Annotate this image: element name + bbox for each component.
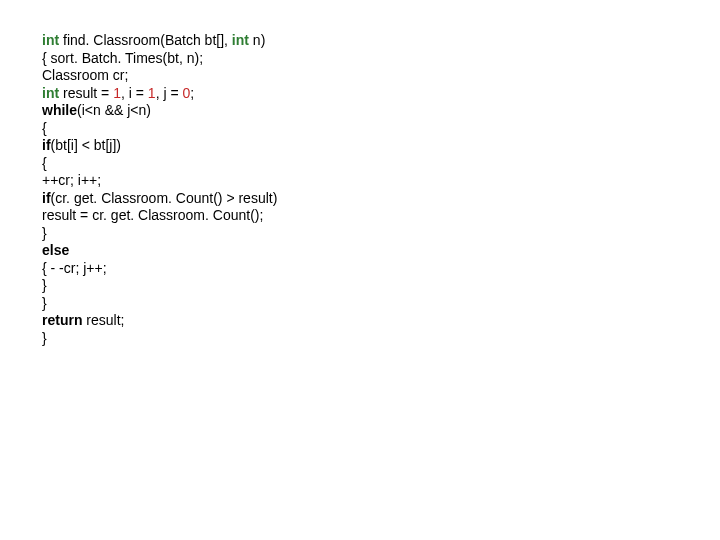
code-line-2: { sort. Batch. Times(bt, n); <box>42 50 720 68</box>
code-line-7: if(bt[i] < bt[j]) <box>42 137 720 155</box>
code-text: (bt[i] < bt[j]) <box>51 137 121 153</box>
keyword-if: if <box>42 137 51 153</box>
code-text: result = cr. get. Classroom. Count(); <box>42 207 263 223</box>
code-line-16: } <box>42 295 720 313</box>
code-line-9: ++cr; i++; <box>42 172 720 190</box>
keyword-int: int <box>42 32 59 48</box>
code-line-5: while(i<n && j<n) <box>42 102 720 120</box>
code-text: find. Classroom(Batch bt[], <box>59 32 232 48</box>
code-text: { <box>42 120 47 136</box>
code-text: { - -cr; j++; <box>42 260 107 276</box>
code-text: result; <box>82 312 124 328</box>
code-text: { sort. Batch. Times(bt, n); <box>42 50 203 66</box>
code-text: ; <box>190 85 194 101</box>
code-line-4: int result = 1, i = 1, j = 0; <box>42 85 720 103</box>
code-line-8: { <box>42 155 720 173</box>
code-text: { <box>42 155 47 171</box>
code-text: n) <box>249 32 265 48</box>
code-text: } <box>42 330 47 346</box>
code-text: } <box>42 225 47 241</box>
code-line-15: } <box>42 277 720 295</box>
keyword-while: while <box>42 102 77 118</box>
code-block: int find. Classroom(Batch bt[], int n) {… <box>0 0 720 347</box>
keyword-if: if <box>42 190 51 206</box>
code-line-1: int find. Classroom(Batch bt[], int n) <box>42 32 720 50</box>
code-text: result = <box>59 85 113 101</box>
code-line-14: { - -cr; j++; <box>42 260 720 278</box>
number-literal: 1 <box>148 85 156 101</box>
code-text: , j = <box>156 85 183 101</box>
code-line-10: if(cr. get. Classroom. Count() > result) <box>42 190 720 208</box>
code-text: (cr. get. Classroom. Count() > result) <box>51 190 278 206</box>
code-line-13: else <box>42 242 720 260</box>
code-line-12: } <box>42 225 720 243</box>
code-text: ++cr; i++; <box>42 172 101 188</box>
keyword-return: return <box>42 312 82 328</box>
code-line-11: result = cr. get. Classroom. Count(); <box>42 207 720 225</box>
code-text: (i<n && j<n) <box>77 102 151 118</box>
code-text: , i = <box>121 85 148 101</box>
keyword-int: int <box>232 32 249 48</box>
code-line-6: { <box>42 120 720 138</box>
keyword-int: int <box>42 85 59 101</box>
code-line-3: Classroom cr; <box>42 67 720 85</box>
code-line-17: return result; <box>42 312 720 330</box>
code-text: } <box>42 295 47 311</box>
keyword-else: else <box>42 242 69 258</box>
number-literal: 1 <box>113 85 121 101</box>
code-line-18: } <box>42 330 720 348</box>
code-text: Classroom cr; <box>42 67 128 83</box>
code-text: } <box>42 277 47 293</box>
